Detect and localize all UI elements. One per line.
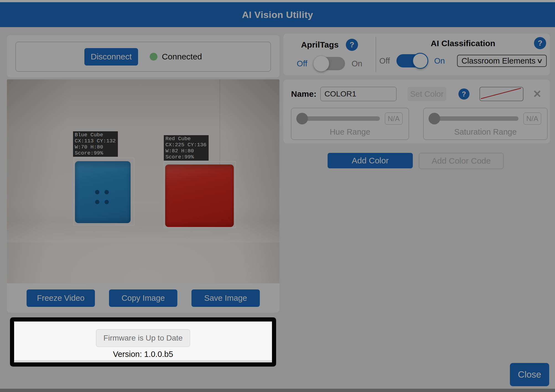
color-name-row: Name: Set Color ? ✕ (283, 86, 550, 102)
apriltags-toggle[interactable] (314, 57, 345, 70)
page-title: AI Vision Utility (242, 9, 313, 20)
hue-range-control: N/A Hue Range (291, 108, 409, 140)
ai-model-select[interactable]: Classroom Elements ∨ (457, 55, 547, 67)
hue-slider-knob[interactable] (296, 113, 308, 124)
ai-model-selected-value: Classroom Elements (461, 56, 536, 66)
detection-name: Blue Cube (75, 132, 116, 138)
saturation-range-label: Saturation Range (424, 127, 547, 137)
page-bottom-strip (0, 389, 555, 392)
color-name-label: Name: (291, 89, 317, 99)
ai-classification-title: AI Classification (431, 39, 495, 48)
red-cube-bounding-box (164, 161, 236, 228)
detection-size: W:82 H:80 (165, 148, 207, 154)
connected-status-dot (150, 53, 157, 61)
close-button[interactable]: Close (510, 363, 549, 386)
color-swatch-empty (479, 87, 523, 101)
connection-panel: Disconnect Connected (7, 35, 279, 77)
video-panel: Blue Cube CX:113 CY:132 W:70 H:80 Score:… (7, 79, 279, 313)
video-controls: Freeze Video Copy Image Save Image (7, 283, 279, 313)
floor-line (7, 204, 279, 242)
detection-name: Red Cube (165, 136, 207, 142)
hue-range-label: Hue Range (291, 127, 409, 137)
apriltags-on-label: On (352, 59, 362, 68)
toggle-knob (313, 56, 329, 72)
ai-classification-help-icon[interactable]: ? (534, 37, 546, 49)
connection-status: Connected (150, 52, 202, 61)
swatch-diagonal-line (480, 87, 522, 100)
detection-score: Score:99% (75, 150, 116, 156)
chevron-down-icon: ∨ (536, 57, 543, 65)
blue-cube-bounding-box (73, 158, 134, 226)
copy-image-button[interactable]: Copy Image (109, 289, 177, 307)
titlebar: AI Vision Utility (0, 2, 555, 27)
detection-size: W:70 H:80 (75, 144, 116, 150)
camera-feed: Blue Cube CX:113 CY:132 W:70 H:80 Score:… (7, 79, 279, 283)
save-image-button[interactable]: Save Image (191, 289, 260, 307)
ai-classification-off-label: Off (379, 56, 390, 66)
apriltags-help-icon[interactable]: ? (346, 39, 358, 51)
set-color-button[interactable]: Set Color (408, 87, 446, 101)
saturation-range-control: N/A Saturation Range (423, 108, 548, 140)
page-top-strip (0, 0, 555, 2)
remove-color-icon[interactable]: ✕ (533, 89, 542, 99)
disconnect-button[interactable]: Disconnect (84, 48, 138, 66)
saturation-slider-knob[interactable] (429, 113, 440, 124)
add-color-code-button[interactable]: Add Color Code (419, 153, 504, 169)
color-name-input[interactable] (320, 87, 396, 101)
firmware-version-label: Version: 1.0.0.b5 (14, 350, 272, 359)
firmware-highlight-box: Firmware is Up to Date Version: 1.0.0.b5 (10, 317, 276, 367)
detection-features-panel: AprilTags ? Off On AI Classification ? O… (283, 34, 550, 75)
ai-classification-section: AI Classification ? Off On Classroom Ele… (376, 34, 550, 75)
toggle-knob (412, 53, 428, 69)
apriltags-off-label: Off (297, 59, 307, 68)
saturation-value-box: N/A (523, 113, 541, 125)
freeze-video-button[interactable]: Freeze Video (27, 289, 95, 307)
blue-cube-detection-label: Blue Cube CX:113 CY:132 W:70 H:80 Score:… (73, 131, 118, 157)
connection-status-label: Connected (162, 52, 202, 61)
red-cube-detection-label: Red Cube CX:225 CY:136 W:82 H:80 Score:9… (164, 135, 209, 161)
ai-classification-toggle[interactable] (396, 54, 427, 67)
connection-status-box: Disconnect Connected (15, 42, 271, 72)
saturation-slider[interactable] (430, 116, 518, 121)
ai-classification-on-label: On (434, 56, 445, 66)
detection-position: CX:225 CY:136 (165, 142, 207, 148)
color-help-icon[interactable]: ? (458, 88, 470, 100)
detection-score: Score:99% (165, 154, 207, 160)
add-color-button[interactable]: Add Color (328, 153, 413, 168)
detection-position: CX:113 CY:132 (75, 138, 116, 144)
firmware-status-button[interactable]: Firmware is Up to Date (96, 329, 190, 347)
hue-value-box: N/A (385, 113, 403, 125)
color-signature-panel: Name: Set Color ? ✕ N/A Hue Range (283, 80, 550, 143)
apriltags-title: AprilTags (301, 40, 339, 49)
hue-slider[interactable] (297, 116, 380, 121)
apriltags-section: AprilTags ? Off On (283, 34, 376, 75)
